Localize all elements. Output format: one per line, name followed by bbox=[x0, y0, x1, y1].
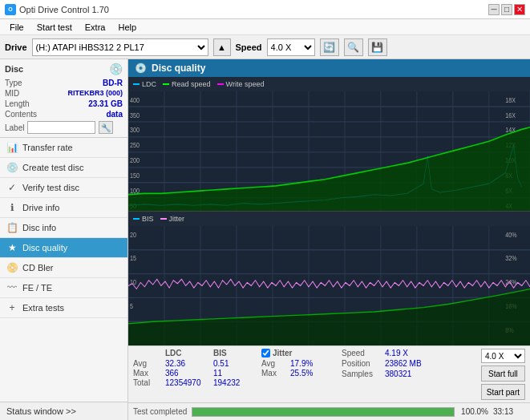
progress-percent: 100.0% bbox=[459, 407, 488, 416]
jitter-stats: Jitter Avg 17.9% Max 25.5% bbox=[261, 349, 334, 378]
maximize-button[interactable]: □ bbox=[501, 4, 512, 15]
svg-text:0.0: 0.0 bbox=[128, 344, 136, 345]
sidebar-item-drive-info[interactable]: ℹ Drive info bbox=[0, 198, 127, 218]
progress-label: Test completed bbox=[133, 407, 187, 416]
close-button[interactable]: ✕ bbox=[514, 4, 525, 15]
fe-te-icon: 〰 bbox=[6, 282, 18, 293]
read-speed-legend-dot bbox=[163, 83, 169, 85]
eject-button[interactable]: ▲ bbox=[213, 38, 231, 56]
avg-row-label: Avg bbox=[133, 359, 162, 368]
svg-marker-35 bbox=[128, 127, 530, 211]
cd-bler-icon: 📀 bbox=[6, 262, 18, 273]
label-input[interactable] bbox=[27, 121, 95, 134]
disc-title: Disc bbox=[5, 64, 23, 74]
speed-row-value: 4.19 X bbox=[385, 349, 408, 357]
menu-file[interactable]: File bbox=[3, 21, 30, 34]
drive-label: Drive bbox=[5, 42, 27, 52]
sidebar-item-verify-test-disc[interactable]: ✓ Verify test disc bbox=[0, 178, 127, 198]
sidebar-item-disc-quality[interactable]: ★ Disc quality bbox=[0, 238, 127, 258]
svg-text:2.5: 2.5 bbox=[160, 209, 168, 211]
svg-text:5.0: 5.0 bbox=[196, 209, 204, 211]
nav-items: 📊 Transfer rate 💿 Create test disc ✓ Ver… bbox=[0, 138, 127, 402]
label-edit-button[interactable]: 🔧 bbox=[99, 121, 113, 134]
svg-text:20.0: 20.0 bbox=[411, 344, 422, 345]
svg-text:20: 20 bbox=[130, 230, 136, 239]
legend-read-speed: Read speed bbox=[163, 80, 211, 88]
svg-text:5.0: 5.0 bbox=[196, 344, 204, 345]
chart-top-legend: LDC Read speed Write speed bbox=[128, 77, 530, 91]
svg-text:15.0: 15.0 bbox=[339, 344, 350, 345]
charts-area: LDC Read speed Write speed bbox=[128, 77, 530, 345]
start-buttons: Start full Start part bbox=[481, 365, 525, 400]
disc-info-label: Disc info bbox=[22, 223, 56, 232]
svg-text:17.5: 17.5 bbox=[374, 209, 386, 211]
ldc-avg-value: 32.36 bbox=[165, 359, 210, 368]
controls-col: 4.0 X Start full Start part bbox=[481, 349, 525, 400]
menubar: File Start test Extra Help bbox=[0, 19, 530, 35]
length-value: 23.31 GB bbox=[88, 99, 123, 108]
bis-avg-value: 0.51 bbox=[213, 359, 253, 368]
drive-info-icon: ℹ bbox=[6, 202, 18, 213]
sidebar-item-disc-info[interactable]: 📋 Disc info bbox=[0, 218, 127, 238]
sidebar-item-create-test-disc[interactable]: 💿 Create test disc bbox=[0, 158, 127, 178]
menu-help[interactable]: Help bbox=[111, 21, 143, 34]
svg-text:18X: 18X bbox=[505, 95, 516, 104]
speed-stats: Speed 4.19 X Position 23862 MB Samples 3… bbox=[342, 349, 438, 378]
jitter-checkbox[interactable] bbox=[261, 349, 270, 357]
svg-text:2.5: 2.5 bbox=[160, 344, 168, 345]
svg-text:40%: 40% bbox=[505, 230, 517, 239]
disc-type-row: Type BD-R bbox=[5, 79, 123, 87]
disc-rows: Type BD-R MID RITEKBR3 (000) Length 23.3… bbox=[5, 79, 123, 134]
toolbar-btn-1[interactable]: 🔄 bbox=[320, 38, 339, 56]
chart-bottom-legend: BIS Jitter bbox=[128, 212, 530, 226]
label-label: Label bbox=[5, 123, 24, 132]
speed-row: Speed 4.19 X bbox=[342, 349, 438, 357]
minimize-button[interactable]: ─ bbox=[488, 4, 500, 15]
total-row-label: Total bbox=[133, 378, 162, 387]
contents-label: Contents bbox=[5, 110, 37, 119]
legend-jitter: Jitter bbox=[160, 215, 185, 223]
position-label: Position bbox=[342, 359, 382, 368]
drive-info-label: Drive info bbox=[22, 203, 59, 212]
svg-text:25.0: 25.0 bbox=[483, 344, 494, 345]
jitter-rows: Avg 17.9% Max 25.5% bbox=[261, 359, 334, 378]
chart-top: LDC Read speed Write speed bbox=[128, 77, 530, 212]
samples-row: Samples 380321 bbox=[342, 370, 438, 378]
write-speed-legend-dot bbox=[217, 83, 224, 85]
samples-label: Samples bbox=[342, 370, 382, 378]
max-row-label: Max bbox=[133, 369, 162, 378]
contents-value: data bbox=[106, 110, 123, 119]
jitter-max-row: Max 25.5% bbox=[261, 369, 334, 378]
legend-bis: BIS bbox=[133, 215, 154, 223]
sidebar-item-fe-te[interactable]: 〰 FE / TE bbox=[0, 278, 127, 298]
start-part-button[interactable]: Start part bbox=[481, 384, 525, 400]
drive-select[interactable]: (H:) ATAPI iHBS312 2 PL17 bbox=[32, 38, 208, 56]
disc-icon-area: 💿 bbox=[109, 63, 123, 75]
disc-length-row: Length 23.31 GB bbox=[5, 99, 123, 108]
svg-text:10.0: 10.0 bbox=[266, 209, 277, 211]
jitter-max-value: 25.5% bbox=[290, 369, 319, 378]
speed-select[interactable]: 4.0 X bbox=[267, 38, 315, 56]
toolbar-btn-2[interactable]: 🔍 bbox=[344, 38, 363, 56]
jitter-avg-label: Avg bbox=[261, 359, 287, 368]
sidebar-item-transfer-rate[interactable]: 📊 Transfer rate bbox=[0, 138, 127, 158]
svg-text:7.5: 7.5 bbox=[232, 344, 240, 345]
disc-quality-header-icon: 💿 bbox=[135, 63, 147, 74]
menu-extra[interactable]: Extra bbox=[79, 21, 112, 34]
sidebar-item-extra-tests[interactable]: + Extra tests bbox=[0, 298, 127, 318]
disc-icon[interactable]: 💿 bbox=[109, 63, 123, 75]
start-full-button[interactable]: Start full bbox=[481, 365, 525, 382]
verify-test-disc-label: Verify test disc bbox=[22, 183, 79, 192]
toolbar-btn-3[interactable]: 💾 bbox=[368, 38, 387, 56]
bis-total-value: 194232 bbox=[213, 378, 253, 387]
sidebar-item-cd-bler[interactable]: 📀 CD Bler bbox=[0, 258, 127, 278]
svg-text:350: 350 bbox=[130, 110, 140, 119]
main-area: Disc 💿 Type BD-R MID RITEKBR3 (000) Leng… bbox=[0, 59, 530, 420]
status-window-button[interactable]: Status window >> bbox=[0, 402, 127, 420]
write-speed-legend-label: Write speed bbox=[226, 80, 265, 88]
speed-select-stats[interactable]: 4.0 X bbox=[481, 349, 525, 363]
svg-text:12.5: 12.5 bbox=[302, 209, 314, 211]
disc-quality-icon: ★ bbox=[6, 242, 18, 253]
menu-start-test[interactable]: Start test bbox=[30, 21, 79, 34]
svg-text:22.5: 22.5 bbox=[447, 209, 458, 211]
